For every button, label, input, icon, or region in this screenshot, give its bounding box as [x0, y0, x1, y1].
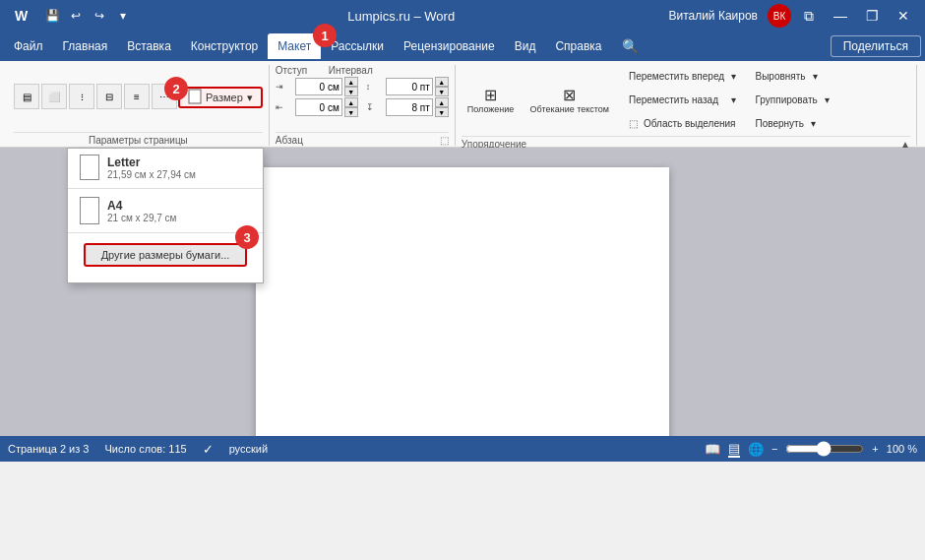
redo-quick-btn[interactable]: ↪ — [89, 5, 110, 27]
menu-view[interactable]: Вид — [505, 33, 546, 59]
rotate-btn[interactable]: Повернуть ▾ — [750, 112, 835, 134]
breaks-icon[interactable]: ⊟ — [96, 84, 122, 109]
selection-pane-icon: ⬚ — [629, 118, 638, 129]
zoom-in-btn[interactable]: + — [872, 443, 878, 455]
paragraph-tools: Отступ Интервал ⇥ 0 см ▲ ▼ ↕ 0 пт ▲ ▼ ⇤ — [276, 65, 449, 130]
other-sizes-button[interactable]: Другие размеры бумаги... — [84, 243, 247, 267]
interval-after-up[interactable]: ▲ — [435, 97, 449, 107]
group-btn[interactable]: Группировать ▾ — [750, 89, 835, 110]
a4-page-preview — [80, 197, 99, 224]
a4-name: A4 — [107, 199, 176, 213]
align-label: Выровнять — [756, 71, 806, 82]
rotate-arrow: ▾ — [811, 118, 816, 129]
indent-left-arrows: ▲ ▼ — [344, 77, 358, 96]
position-icon: ⊞ — [484, 86, 497, 104]
bring-forward-btn[interactable]: Переместить вперед ▾ — [623, 65, 742, 87]
indent-label: Отступ — [276, 65, 315, 76]
indent-left-up[interactable]: ▲ — [344, 77, 358, 87]
dropdown-letter[interactable]: Letter 21,59 см х 27,94 см — [68, 149, 263, 186]
wrap-icon: ⊠ — [563, 86, 576, 104]
search-icon-btn[interactable]: 🔍 — [612, 33, 648, 59]
menu-help[interactable]: Справка — [545, 33, 611, 59]
menu-mailings[interactable]: Рассылки — [321, 33, 394, 59]
menu-constructor[interactable]: Конструктор — [181, 33, 268, 59]
position-label: Положение — [467, 104, 515, 114]
indent-right-arrows: ▲ ▼ — [344, 97, 358, 117]
title-bar-left: W 💾 ↩ ↪ ▾ — [8, 2, 134, 30]
window-title: Lumpics.ru – Word — [134, 9, 668, 24]
margins-icon[interactable]: ▤ — [14, 84, 39, 109]
qa-dropdown-btn[interactable]: ▾ — [112, 5, 134, 27]
linenumbers-icon[interactable]: ≡ — [124, 84, 150, 109]
indent-section: Отступ Интервал — [276, 65, 368, 76]
close-btn[interactable]: ✕ — [890, 2, 917, 30]
share-button[interactable]: Поделиться — [831, 35, 921, 57]
interval-before-down[interactable]: ▼ — [435, 87, 449, 96]
interval-after-down[interactable]: ▼ — [435, 107, 449, 117]
menu-home[interactable]: Главная — [53, 33, 118, 59]
wrap-btn[interactable]: ⊠ Обтекание текстом — [524, 74, 615, 125]
send-backward-label: Переместить назад — [629, 94, 718, 105]
send-backward-btn[interactable]: Переместить назад ▾ — [623, 89, 742, 110]
position-btn[interactable]: ⊞ Положение — [462, 74, 521, 125]
menu-file[interactable]: Файл — [4, 33, 53, 59]
indent-right-up[interactable]: ▲ — [344, 97, 358, 107]
word-icon: W — [8, 2, 35, 30]
read-mode-btn[interactable]: 📖 — [705, 442, 720, 457]
menu-insert[interactable]: Вставка — [117, 33, 181, 59]
letter-name: Letter — [107, 156, 196, 169]
zoom-value: 100 % — [887, 443, 917, 455]
undo-quick-btn[interactable]: ↩ — [65, 5, 87, 27]
indent-right-input[interactable] — [295, 98, 342, 116]
interval-before-up[interactable]: ▲ — [435, 77, 449, 87]
title-bar-right: Виталий Каиров ВК ⧉ — ❐ ✕ — [668, 2, 917, 30]
menu-layout[interactable]: Макет 1 — [268, 33, 321, 59]
selection-pane-label: Область выделения — [644, 118, 736, 129]
indent-right-icon: ⇤ — [276, 102, 293, 112]
interval-after-arrows: ▲ ▼ — [435, 97, 449, 117]
indent-right-down[interactable]: ▼ — [344, 107, 358, 117]
print-layout-btn[interactable]: ▤ — [728, 441, 740, 458]
group-label: Группировать — [756, 94, 818, 105]
columns-icon[interactable]: ⫶ — [69, 84, 94, 109]
maximize-btn[interactable]: ❐ — [858, 2, 886, 30]
web-layout-btn[interactable]: 🌐 — [748, 442, 764, 457]
language[interactable]: русский — [229, 443, 268, 455]
send-backward-arrow: ▾ — [731, 94, 736, 105]
menu-layout-label: Макет — [278, 39, 311, 53]
indent-left-input[interactable]: 0 см — [295, 78, 342, 95]
page-info: Страница 2 из 3 — [8, 443, 89, 455]
quick-access-toolbar: 💾 ↩ ↪ ▾ — [41, 5, 134, 27]
selection-pane-btn[interactable]: ⬚ Область выделения — [623, 112, 742, 134]
indent-left-icon: ⇥ — [276, 82, 293, 92]
interval-before-input[interactable]: 0 пт — [386, 78, 433, 95]
arrange-col-3: Переместить вперед ▾ Переместить назад ▾… — [623, 65, 742, 134]
indent-left-down[interactable]: ▼ — [344, 87, 358, 96]
user-avatar[interactable]: ВК — [768, 4, 791, 28]
title-text: Lumpics.ru – Word — [347, 9, 455, 24]
align-btn[interactable]: Выровнять ▾ — [750, 65, 835, 87]
size-button[interactable]: Размер ▾ — [178, 87, 263, 108]
letter-size: 21,59 см х 27,94 см — [107, 169, 196, 180]
menu-review[interactable]: Рецензирование — [394, 33, 505, 59]
dropdown-sep — [68, 188, 263, 189]
indent-row-2: ⇤ ▲ ▼ ↧ 8 пт ▲ ▼ — [276, 97, 449, 117]
a4-size: 21 см х 29,7 см — [107, 213, 176, 223]
interval-after-input[interactable]: 8 пт — [386, 98, 433, 116]
orientation-icon[interactable]: ⬜ — [41, 84, 67, 109]
arrange-col-1: ⊞ Положение — [462, 74, 521, 125]
svg-rect-2 — [189, 90, 201, 103]
zoom-slider[interactable] — [785, 441, 864, 457]
interval-before-arrows: ▲ ▼ — [435, 77, 449, 96]
zoom-out-btn[interactable]: − — [771, 443, 777, 455]
dropdown-a4[interactable]: A4 21 см х 29,7 см — [68, 191, 263, 230]
save-quick-btn[interactable]: 💾 — [41, 5, 63, 27]
status-bar: Страница 2 из 3 Число слов: 115 ✓ русски… — [0, 436, 925, 462]
letter-page-preview — [80, 155, 99, 180]
restore-btn[interactable]: ⧉ — [795, 2, 823, 30]
minimize-btn[interactable]: — — [827, 2, 854, 30]
hyphenation-icon[interactable]: ⋯ — [152, 84, 177, 109]
dropdown-sep2 — [68, 232, 263, 233]
proofing-icon[interactable]: ✓ — [203, 442, 214, 457]
paragraph-expand-btn[interactable]: ⬚ — [440, 135, 449, 146]
